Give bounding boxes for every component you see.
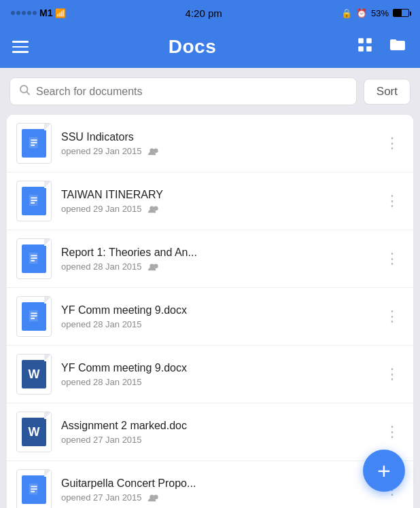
doc-meta: opened 28 Jan 2015 [61,261,381,272]
more-options-button[interactable]: ⋮ [381,247,404,270]
doc-info: YF Comm meeting 9.docxopened 28 Jan 2015 [61,304,381,329]
svg-rect-0 [358,38,364,43]
list-item[interactable]: Report 1: Theories and An...opened 28 Ja… [7,230,413,288]
wifi-icon: 📶 [55,8,66,18]
list-item[interactable]: Guitarpella Concert Propo...opened 27 Ja… [7,461,413,508]
status-time: 4:20 pm [186,7,222,19]
doc-info: YF Comm meeting 9.docxopened 28 Jan 2015 [61,362,381,387]
word-doc-icon: W [22,418,46,446]
svg-rect-1 [366,38,372,43]
doc-thumb: W [16,412,52,452]
svg-point-4 [20,86,28,93]
google-doc-icon [22,475,46,504]
more-options-button[interactable]: ⋮ [381,132,404,155]
doc-name: YF Comm meeting 9.docx [61,304,381,316]
sort-button[interactable]: Sort [364,79,410,105]
signal-dots [11,11,37,15]
battery-percent: 53% [371,8,389,18]
search-icon [18,84,31,99]
doc-date: opened 27 Jan 2015 [61,435,142,445]
word-doc-icon: W [22,360,46,388]
add-document-button[interactable]: + [363,450,405,492]
battery-fill [393,10,402,16]
doc-thumb [16,469,52,508]
doc-meta: opened 29 Jan 2015 [61,204,381,214]
list-item[interactable]: YF Comm meeting 9.docxopened 28 Jan 2015… [7,288,413,346]
doc-info: Assignment 2 marked.docopened 27 Jan 201… [61,420,381,445]
doc-name: SSU Indicators [61,131,381,143]
doc-meta: opened 29 Jan 2015 [61,146,381,156]
list-item[interactable]: WYF Comm meeting 9.docxopened 28 Jan 201… [7,346,413,403]
status-bar: M1 📶 4:20 pm 🔒 ⏰ 53% [0,0,420,26]
doc-info: Guitarpella Concert Propo...opened 27 Ja… [61,477,381,503]
doc-name: YF Comm meeting 9.docx [61,362,381,374]
svg-rect-2 [358,46,364,52]
battery-bar [393,9,409,17]
doc-date: opened 28 Jan 2015 [61,261,142,272]
document-list: SSU Indicatorsopened 29 Jan 2015⋮TAIWAN … [7,115,413,508]
shared-icon [147,261,160,271]
doc-meta: opened 27 Jan 2015 [61,435,381,445]
doc-meta: opened 28 Jan 2015 [61,319,381,329]
doc-info: Report 1: Theories and An...opened 28 Ja… [61,247,381,272]
search-input-wrap[interactable] [10,77,357,105]
alarm-icon: ⏰ [356,8,367,18]
svg-rect-3 [366,46,372,52]
svg-line-5 [27,92,29,94]
shared-icon [147,146,160,156]
header-icons [356,36,408,58]
header: Docs [0,26,420,68]
doc-thumb [16,296,52,337]
shared-icon [147,204,160,213]
more-options-button[interactable]: ⋮ [381,363,404,386]
folder-icon[interactable] [389,36,408,58]
doc-name: TAIWAN ITINERARY [61,189,381,201]
doc-name: Report 1: Theories and An... [61,247,381,259]
doc-thumb: W [16,354,52,395]
doc-thumb [16,238,52,279]
google-doc-icon [22,302,46,331]
doc-thumb [16,123,52,164]
more-options-button[interactable]: ⋮ [381,420,404,443]
more-options-button[interactable]: ⋮ [381,305,404,328]
google-doc-icon [22,129,46,158]
doc-date: opened 29 Jan 2015 [61,204,142,214]
status-right: 🔒 ⏰ 53% [341,8,409,18]
list-item[interactable]: TAIWAN ITINERARYopened 29 Jan 2015⋮ [7,173,413,230]
doc-meta: opened 28 Jan 2015 [61,377,381,387]
hamburger-icon[interactable] [12,41,29,53]
doc-name: Assignment 2 marked.doc [61,420,381,432]
page-title: Docs [169,36,216,58]
doc-thumb [16,181,52,221]
lock-icon: 🔒 [341,8,352,18]
shared-icon [147,492,160,502]
doc-info: TAIWAN ITINERARYopened 29 Jan 2015 [61,189,381,214]
doc-date: opened 28 Jan 2015 [61,319,142,329]
google-doc-icon [22,187,46,215]
doc-date: opened 28 Jan 2015 [61,377,142,387]
search-bar: Sort [0,68,420,115]
google-doc-icon [22,244,46,273]
doc-meta: opened 27 Jan 2015 [61,492,381,503]
search-input[interactable] [36,86,348,98]
list-item[interactable]: WAssignment 2 marked.docopened 27 Jan 20… [7,403,413,461]
status-left: M1 📶 [11,7,66,18]
more-options-button[interactable]: ⋮ [381,189,404,213]
grid-view-icon[interactable] [356,36,374,58]
doc-date: opened 27 Jan 2015 [61,492,142,503]
list-item[interactable]: SSU Indicatorsopened 29 Jan 2015⋮ [7,115,413,173]
doc-info: SSU Indicatorsopened 29 Jan 2015 [61,131,381,156]
doc-date: opened 29 Jan 2015 [61,146,142,156]
doc-name: Guitarpella Concert Propo... [61,477,381,490]
carrier-label: M1 [39,7,52,18]
